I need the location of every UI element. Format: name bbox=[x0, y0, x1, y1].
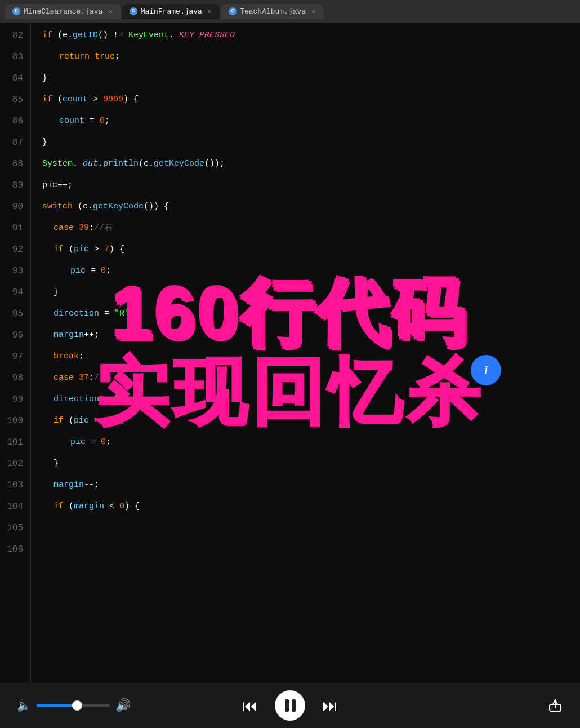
rewind-button[interactable]: ⏮ bbox=[242, 696, 258, 715]
media-controls-bar: 🔈 🔊 ⏮ ⏭ bbox=[0, 683, 580, 728]
volume-low-icon: 🔈 bbox=[17, 699, 31, 713]
code-editor: 82 83 84 85 86 87 88 89 90 91 92 93 94 9… bbox=[0, 23, 580, 683]
code-line-86: count = 0; bbox=[42, 110, 580, 132]
code-line-105 bbox=[42, 517, 580, 539]
code-line-82: if (e.getID() != KeyEvent. KEY_PRESSED bbox=[42, 25, 580, 46]
code-line-94: } bbox=[42, 282, 580, 303]
code-line-87: } bbox=[42, 132, 580, 153]
code-line-90: switch (e.getKeyCode()) { bbox=[42, 196, 580, 217]
tab-label-2: MainFrame.java bbox=[141, 7, 202, 16]
code-line-95: direction = "R"; bbox=[42, 303, 580, 325]
code-line-84: } bbox=[42, 68, 580, 89]
code-line-99: direction = "L"; bbox=[42, 389, 580, 410]
code-line-91: case 39://右 bbox=[42, 217, 580, 239]
volume-high-icon: 🔊 bbox=[115, 698, 131, 713]
pause-bar-right bbox=[292, 699, 296, 712]
tab-icon-3: G bbox=[229, 7, 237, 15]
tab-teachalbum[interactable]: G TeachAlbum.java ✕ bbox=[221, 4, 323, 19]
tab-close-3[interactable]: ✕ bbox=[311, 7, 315, 16]
tab-label-3: TeachAlbum.java bbox=[240, 7, 306, 16]
pause-button[interactable] bbox=[275, 690, 305, 721]
code-line-93: pic = 0; bbox=[42, 260, 580, 282]
code-content: if (e.getID() != KeyEvent. KEY_PRESSED r… bbox=[31, 23, 580, 683]
code-line-100: if (pic > 7) { bbox=[42, 410, 580, 432]
line-numbers: 82 83 84 85 86 87 88 89 90 91 92 93 94 9… bbox=[0, 23, 31, 683]
code-line-83: return true; bbox=[42, 46, 580, 68]
code-line-89: pic++; bbox=[42, 175, 580, 196]
fast-forward-button[interactable]: ⏭ bbox=[322, 696, 338, 715]
share-button[interactable] bbox=[547, 698, 563, 713]
tab-mainframe[interactable]: G MainFrame.java ✕ bbox=[122, 4, 220, 19]
code-line-104: if (margin < 0) { bbox=[42, 496, 580, 517]
tab-close-2[interactable]: ✕ bbox=[208, 7, 212, 16]
volume-fill bbox=[37, 704, 77, 707]
share-section bbox=[432, 698, 564, 713]
cursor-dot: I bbox=[471, 355, 501, 385]
tab-icon-1: G bbox=[12, 7, 20, 15]
code-line-88: System. out.println(e.getKeyCode()); bbox=[42, 153, 580, 175]
tab-close-1[interactable]: ✕ bbox=[108, 7, 112, 16]
volume-slider[interactable] bbox=[37, 704, 110, 707]
code-line-92: if (pic > 7) { bbox=[42, 239, 580, 260]
volume-section: 🔈 🔊 bbox=[17, 698, 148, 713]
code-line-96: margin++; bbox=[42, 325, 580, 346]
transport-controls: ⏮ ⏭ bbox=[159, 690, 421, 721]
cursor-icon: I bbox=[484, 363, 488, 378]
code-line-102: } bbox=[42, 453, 580, 474]
code-line-85: if (count > 9999) { bbox=[42, 89, 580, 110]
tab-mineclearance[interactable]: G MineClearance.java ✕ bbox=[5, 4, 121, 19]
code-line-103: margin--; bbox=[42, 474, 580, 496]
volume-thumb bbox=[72, 700, 82, 711]
pause-bar-left bbox=[285, 699, 289, 712]
browser-tabs: G MineClearance.java ✕ G MainFrame.java … bbox=[0, 0, 580, 23]
code-line-106 bbox=[42, 539, 580, 560]
code-line-101: pic = 0; bbox=[42, 432, 580, 453]
tab-label-1: MineClearance.java bbox=[24, 7, 102, 16]
pause-icon bbox=[285, 699, 296, 712]
tab-icon-2: G bbox=[130, 7, 137, 15]
